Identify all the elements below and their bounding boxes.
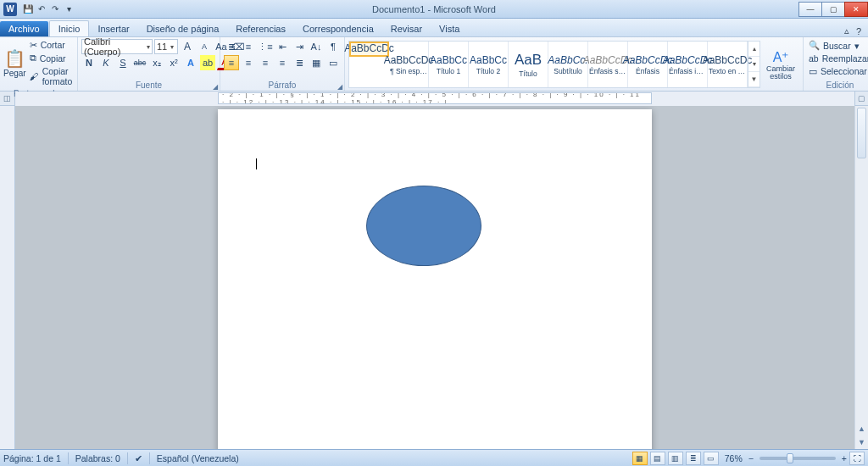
outline-view-button[interactable]: ≣	[686, 452, 701, 465]
maximize-button[interactable]: ▢	[821, 2, 845, 17]
language-status[interactable]: Español (Venezuela)	[157, 453, 239, 463]
increase-indent-button[interactable]: ⇥	[292, 39, 307, 54]
horizontal-ruler[interactable]: · 2 · | · 1 · | · § · | · 1 · | · 2 · | …	[15, 92, 854, 106]
tab-insertar[interactable]: Insertar	[89, 21, 137, 36]
multilevel-button[interactable]: ⋮≡	[258, 39, 273, 54]
document-area[interactable]	[15, 106, 854, 449]
group-editing: 🔍Buscar ▾ abReemplazar ▭Seleccionar ▾ Ed…	[804, 37, 868, 91]
zoom-fit-button[interactable]: ⛶	[849, 452, 865, 465]
line-spacing-button[interactable]: ≣	[292, 55, 307, 70]
underline-button[interactable]: S	[115, 55, 131, 70]
minimize-button[interactable]: —	[798, 2, 822, 17]
font-family-select[interactable]: Calibri (Cuerpo)▾	[81, 39, 153, 54]
align-left-button[interactable]: ≡	[224, 55, 239, 70]
styles-gallery[interactable]: AaBbCcDc¶ NormalAaBbCcDc¶ Sin espa...AaB…	[348, 41, 760, 88]
print-layout-view-button[interactable]: ▦	[632, 452, 648, 465]
undo-icon[interactable]: ↶	[36, 3, 47, 15]
zoom-thumb[interactable]	[787, 453, 793, 463]
italic-button[interactable]: K	[98, 55, 114, 70]
paragraph-label: Párrafo◢	[220, 80, 344, 91]
prev-page-icon[interactable]: ▲	[855, 422, 868, 435]
vertical-scrollbar[interactable]: ▲ ▼	[854, 106, 868, 449]
sort-button[interactable]: A↓	[309, 39, 324, 54]
style-t-tulo-2[interactable]: AaBbCcTítulo 2	[469, 42, 509, 87]
copy-icon: ⧉	[30, 53, 36, 64]
redo-icon[interactable]: ↷	[49, 3, 61, 15]
find-button[interactable]: 🔍Buscar ▾	[807, 39, 861, 52]
ruler-scale: · 2 · | · 1 · | · § · | · 1 · | · 2 · | …	[218, 92, 652, 104]
fullscreen-reading-view-button[interactable]: ▤	[650, 452, 665, 465]
workspace: ▲ ▼	[0, 106, 868, 449]
status-bar: Página: 1 de 1 Palabras: 0 ✔ Español (Ve…	[0, 449, 868, 466]
page-status[interactable]: Página: 1 de 1	[3, 453, 61, 463]
ruler-toggle-icon[interactable]: ▢	[854, 92, 868, 106]
shading-button[interactable]: ▦	[309, 55, 324, 70]
word-count[interactable]: Palabras: 0	[75, 453, 120, 463]
font-size-select[interactable]: 11▾	[154, 39, 178, 54]
format-painter-button[interactable]: 🖌Copiar formato	[28, 65, 75, 87]
minimize-ribbon-icon[interactable]: ▵	[844, 25, 849, 36]
align-center-button[interactable]: ≡	[241, 55, 256, 70]
group-clipboard: 📋 Pegar ✂Cortar ⧉Copiar 🖌Copiar formato …	[0, 37, 78, 91]
style-t-tulo[interactable]: AaBTítulo	[509, 42, 548, 87]
tab-file[interactable]: Archivo	[0, 21, 48, 36]
decrease-indent-button[interactable]: ⇤	[275, 39, 290, 54]
proofing-icon[interactable]: ✔	[135, 453, 142, 463]
font-launcher-icon[interactable]: ◢	[213, 83, 218, 91]
text-effects-button[interactable]: A	[183, 55, 198, 70]
style-texto-en-n-[interactable]: AaBbCcDcTexto en n...	[708, 42, 748, 87]
paste-button[interactable]: 📋 Pegar	[3, 42, 26, 86]
copy-button[interactable]: ⧉Copiar	[28, 52, 75, 64]
oval-shape[interactable]	[366, 186, 481, 266]
tab-inicio[interactable]: Inicio	[49, 20, 90, 36]
shrink-font-button[interactable]: A	[197, 39, 212, 54]
justify-button[interactable]: ≡	[275, 55, 290, 70]
cut-button[interactable]: ✂Cortar	[28, 39, 75, 51]
bold-button[interactable]: N	[81, 55, 97, 70]
help-icon[interactable]: ?	[856, 26, 861, 36]
styles-more-button[interactable]: ▴▾▼	[748, 42, 760, 87]
borders-button[interactable]: ▭	[326, 55, 341, 70]
page[interactable]	[218, 109, 652, 449]
ribbon-tabs: Archivo Inicio Insertar Diseño de página…	[0, 19, 868, 37]
web-layout-view-button[interactable]: ▥	[668, 452, 683, 465]
grow-font-button[interactable]: A	[180, 39, 195, 54]
numbering-button[interactable]: ≡	[241, 39, 256, 54]
editing-label: Edición	[804, 80, 868, 91]
vertical-ruler[interactable]	[0, 106, 15, 449]
close-button[interactable]: ✕	[844, 2, 868, 17]
scissors-icon: ✂	[30, 40, 37, 50]
show-marks-button[interactable]: ¶	[326, 39, 341, 54]
zoom-in-button[interactable]: +	[842, 453, 847, 463]
highlight-button[interactable]: ab	[200, 55, 215, 70]
group-styles: AaBbCcDc¶ NormalAaBbCcDc¶ Sin espa...AaB…	[345, 37, 804, 91]
superscript-button[interactable]: x²	[166, 55, 181, 70]
tab-diseno[interactable]: Diseño de página	[138, 21, 228, 36]
change-styles-button[interactable]: A⁺ Cambiar estilos	[762, 42, 799, 86]
select-icon: ▭	[809, 66, 817, 76]
next-page-icon[interactable]: ▼	[855, 435, 868, 449]
tab-referencias[interactable]: Referencias	[227, 21, 294, 36]
tab-revisar[interactable]: Revisar	[382, 21, 431, 36]
paragraph-launcher-icon[interactable]: ◢	[337, 83, 342, 91]
zoom-level[interactable]: 76%	[725, 453, 743, 463]
tab-vista[interactable]: Vista	[431, 21, 468, 36]
subscript-button[interactable]: x₂	[149, 55, 164, 70]
scrollbar-thumb[interactable]	[857, 108, 866, 158]
draft-view-button[interactable]: ▭	[704, 452, 719, 465]
qat-more-icon[interactable]: ▾	[63, 3, 75, 15]
style--sin-espa-[interactable]: AaBbCcDc¶ Sin espa...	[389, 42, 429, 87]
zoom-out-button[interactable]: −	[748, 453, 754, 463]
strike-button[interactable]: abc	[132, 55, 147, 70]
bullets-button[interactable]: ≣	[224, 39, 239, 54]
align-right-button[interactable]: ≡	[258, 55, 273, 70]
save-icon[interactable]: 💾	[22, 3, 34, 15]
replace-button[interactable]: abReemplazar	[807, 53, 868, 64]
brush-icon: 🖌	[30, 71, 39, 81]
tab-correspondencia[interactable]: Correspondencia	[294, 21, 382, 36]
style-t-tulo-1[interactable]: AaBbCcTítulo 1	[429, 42, 469, 87]
select-button[interactable]: ▭Seleccionar ▾	[807, 65, 868, 77]
find-icon: 🔍	[809, 40, 820, 51]
clipboard-icon: 📋	[4, 48, 25, 69]
zoom-slider[interactable]	[760, 457, 836, 460]
